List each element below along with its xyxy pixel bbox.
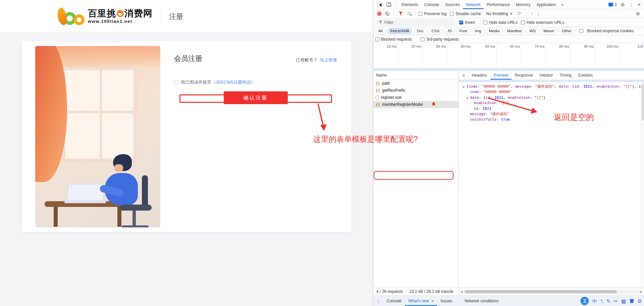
- close-devtools-icon[interactable]: ×: [636, 2, 643, 8]
- login-link[interactable]: 马上登录: [320, 57, 337, 62]
- type-filter-doc[interactable]: Doc: [414, 28, 427, 34]
- type-filter-all[interactable]: All: [375, 28, 386, 34]
- blocked-response-cookies-checkbox[interactable]: [579, 29, 583, 33]
- devtools-tab-console[interactable]: Console: [421, 0, 442, 9]
- more-filters-bar: Blocked requests 3rd-party requests: [373, 35, 644, 43]
- vertical-scrollbar[interactable]: [641, 82, 644, 287]
- agreement-link[interactable]: 《JEECMS注册协议》: [211, 79, 255, 85]
- type-filter-fetch-xhr[interactable]: Fetch/XHR: [387, 28, 412, 34]
- chinese-lang-icon[interactable]: 中: [592, 299, 597, 304]
- type-filter-js[interactable]: JS: [444, 28, 454, 34]
- json-line[interactable]: ▼{code: "00000 00000", message: "操作成功", …: [459, 84, 644, 89]
- scroll-right-icon[interactable]: ▶: [639, 290, 643, 293]
- translate-badge-icon[interactable]: 王: [581, 297, 589, 305]
- name-column-header[interactable]: Name: [373, 71, 459, 80]
- preview-tab-cookies[interactable]: Cookies: [575, 71, 596, 80]
- blocked-requests-checkbox[interactable]: [375, 37, 379, 41]
- record-icon[interactable]: [377, 11, 381, 16]
- preview-tab-headers[interactable]: Headers: [469, 71, 490, 80]
- type-filter-media[interactable]: Media: [486, 28, 502, 34]
- shirt-icon[interactable]: [630, 299, 634, 303]
- type-filter-ws[interactable]: WS: [527, 28, 539, 34]
- type-filter-font[interactable]: Font: [457, 28, 470, 34]
- export-har-icon[interactable]: ↓: [535, 11, 542, 16]
- type-filter-img[interactable]: Img: [472, 28, 484, 34]
- kebab-menu-icon[interactable]: ⋮: [627, 2, 636, 7]
- hide-data-urls-checkbox[interactable]: [483, 20, 487, 25]
- devtools-tab-elements[interactable]: Elements: [398, 0, 421, 9]
- devtools-tab-sources[interactable]: Sources: [442, 0, 463, 9]
- request-row-path[interactable]: {}path: [373, 80, 459, 87]
- throttling-dropdown[interactable]: No throttling ▼: [486, 11, 513, 16]
- scrollbar-track[interactable]: [464, 290, 639, 294]
- devtools-tab-network[interactable]: Network: [463, 0, 484, 9]
- logo-brand-name: 百里挑 消费网: [88, 9, 153, 18]
- preview-tab-preview[interactable]: Preview: [490, 71, 512, 80]
- annotation-form-question: 这里的表单模板是哪里配置呢?: [313, 134, 418, 144]
- keyboard-icon[interactable]: ▦: [621, 299, 626, 304]
- browser-page: 百里挑 消费网 www.100tiao1.net 注册 会员注册 已有帐号？马上…: [0, 0, 373, 306]
- device-toolbar-icon[interactable]: [386, 2, 391, 7]
- preview-tab-response[interactable]: Response: [512, 71, 536, 80]
- chat-bubble-icon: [608, 3, 613, 6]
- clear-icon[interactable]: [385, 11, 389, 16]
- type-filter-css[interactable]: CSS: [428, 28, 442, 34]
- header-divider: [161, 10, 161, 23]
- devtools-tab-application[interactable]: Application: [533, 0, 559, 9]
- transfer-size: 23.1 kB / 26.2 kB transfe: [406, 289, 456, 294]
- phonetic-icon[interactable]: °,: [600, 299, 603, 303]
- drawer-tab-what-s-new[interactable]: What's new×: [405, 296, 437, 306]
- timeline-overview-band[interactable]: [373, 68, 644, 71]
- preview-tab-initiator[interactable]: Initiator: [536, 71, 556, 80]
- scissors-icon[interactable]: ✂: [614, 299, 618, 304]
- issues-badge[interactable]: 2: [607, 2, 619, 7]
- type-filter-wasm[interactable]: Wasm: [540, 28, 557, 34]
- json-line[interactable]: ▼data: {id: 1021, enableJson: "[]"}: [459, 95, 644, 100]
- agree-checkbox[interactable]: [174, 80, 178, 85]
- json-line[interactable]: successfully: true: [459, 117, 644, 122]
- disable-cache-checkbox[interactable]: [450, 12, 454, 16]
- import-har-icon[interactable]: ↑: [529, 11, 535, 16]
- drawer-kebab-menu-icon[interactable]: ⋮: [373, 296, 383, 306]
- drawer-tab-console[interactable]: Console: [383, 296, 405, 306]
- json-line[interactable]: message: "操作成功": [459, 112, 644, 117]
- drawer-tab-issues[interactable]: Issues: [437, 296, 455, 306]
- hide-extension-urls-checkbox[interactable]: [521, 20, 525, 25]
- close-icon[interactable]: ×: [459, 71, 469, 80]
- timeline-ruler[interactable]: 10 ms20 ms30 ms40 ms50 ms60 ms70 ms80 ms…: [373, 43, 644, 68]
- json-line[interactable]: enableJson: "[]": [459, 100, 644, 106]
- gear-icon[interactable]: ⚙: [638, 299, 642, 304]
- horizontal-scrollbar[interactable]: ◀ ▶: [459, 288, 644, 296]
- network-settings-gear-icon[interactable]: ⚙: [634, 11, 642, 16]
- preserve-log-checkbox[interactable]: [418, 12, 422, 16]
- annotation-highlight-box: [179, 94, 332, 103]
- scrollbar-thumb[interactable]: [465, 290, 616, 293]
- request-row-register-vue[interactable]: register.vue: [373, 94, 459, 101]
- filter-funnel-icon[interactable]: [398, 12, 403, 16]
- inspect-element-icon[interactable]: [377, 2, 382, 7]
- search-icon[interactable]: [408, 12, 411, 15]
- pencil-icon[interactable]: ✎: [606, 299, 610, 304]
- badge-count: 2: [614, 2, 617, 7]
- settings-gear-icon[interactable]: ⚙: [619, 2, 627, 7]
- filter-input[interactable]: [384, 20, 452, 25]
- timeline-tick: 10 ms: [373, 43, 398, 68]
- json-line[interactable]: id: 1021: [459, 106, 644, 112]
- devtools-tab-performance[interactable]: Performance: [484, 0, 513, 9]
- scroll-left-icon[interactable]: ◀: [460, 290, 464, 293]
- devtools-panel: ElementsConsoleSourcesNetworkPerformance…: [373, 0, 644, 306]
- more-tabs-icon[interactable]: »: [559, 2, 566, 7]
- drawer-tab-network-conditions[interactable]: Network conditions: [461, 296, 502, 306]
- json-line[interactable]: code: "00000 00000": [459, 89, 644, 95]
- request-row-memberregistermodel[interactable]: {}memberRegisterModel: [373, 101, 459, 108]
- close-icon[interactable]: ×: [431, 299, 434, 304]
- site-logo[interactable]: 百里挑 消费网 www.100tiao1.net: [58, 8, 153, 25]
- preview-tab-timing[interactable]: Timing: [556, 71, 575, 80]
- devtools-tab-memory[interactable]: Memory: [513, 0, 533, 9]
- network-conditions-icon[interactable]: [517, 12, 522, 15]
- request-row-getresprefix[interactable]: {}getResPrefix: [373, 87, 459, 94]
- type-filter-other[interactable]: Other: [559, 28, 575, 34]
- invert-checkbox[interactable]: [459, 20, 463, 25]
- third-party-requests-checkbox[interactable]: [421, 37, 425, 41]
- type-filter-manifest[interactable]: Manifest: [504, 28, 525, 34]
